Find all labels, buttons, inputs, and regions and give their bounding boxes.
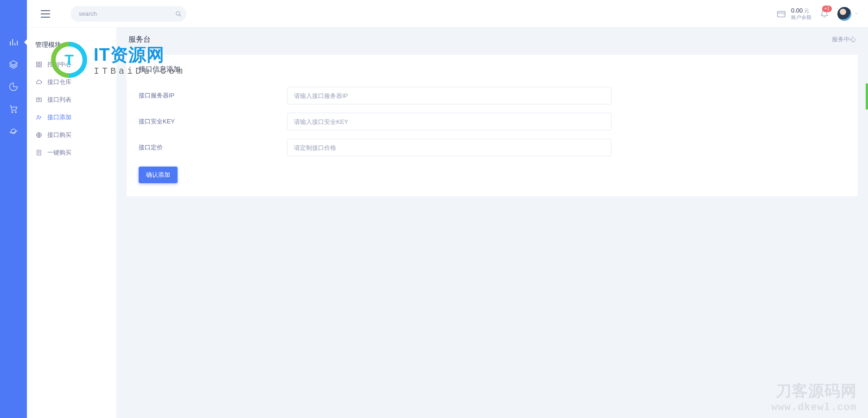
search (70, 6, 186, 22)
sidebar-item-api-warehouse[interactable]: 接口仓库 (27, 73, 116, 91)
rail-item-cart[interactable] (8, 104, 19, 114)
sidebar-item-label: 接口列表 (47, 96, 71, 104)
label-price: 接口定价 (139, 143, 278, 152)
cart-icon (9, 104, 18, 114)
topbar-right: 0.00 元 账户余额 +1 (776, 7, 859, 21)
svg-point-8 (38, 116, 39, 117)
file-icon (35, 149, 43, 156)
globe-icon (35, 131, 43, 139)
page-header: 服务台 服务中心 (127, 35, 858, 45)
piechart-icon (9, 82, 18, 91)
search-input[interactable] (70, 6, 186, 22)
svg-point-11 (176, 11, 180, 15)
grid-icon (35, 61, 43, 68)
sidebar-item-oneclick-purchase[interactable]: 一键购买 (27, 144, 116, 161)
sidebar-item-label: 控制中心 (47, 60, 71, 69)
svg-point-1 (15, 111, 17, 113)
sidebar-item-label: 一键购买 (47, 148, 71, 157)
sidebar-item-api-add[interactable]: 接口添加 (27, 109, 116, 126)
rail-item-analytics[interactable] (8, 37, 19, 47)
svg-rect-5 (37, 65, 38, 67)
sidebar-item-label: 接口购买 (47, 131, 71, 139)
topbar: METRICA 0.00 元 (27, 0, 868, 27)
svg-rect-7 (37, 98, 42, 102)
submit-button[interactable]: 确认添加 (139, 167, 178, 183)
menu-toggle-button[interactable] (41, 10, 50, 18)
card-title: 接口信息添加 (139, 65, 846, 74)
sidebar-item-label: 接口添加 (47, 113, 71, 122)
card-api-add: 接口信息添加 接口服务器IP 接口安全KEY 接口定价 确认添加 (127, 55, 858, 196)
chevron-down-icon (854, 10, 859, 17)
barchart-icon (9, 38, 18, 47)
input-security-key[interactable] (287, 113, 612, 130)
label-server-ip: 接口服务器IP (139, 91, 278, 100)
content: 服务台 服务中心 接口信息添加 接口服务器IP 接口安全KEY 接口定价 确认添… (116, 0, 868, 418)
search-button[interactable] (171, 6, 186, 21)
svg-rect-12 (778, 11, 785, 17)
rail-item-layers[interactable] (8, 59, 19, 70)
sidebar: 管理模块 控制中心 接口仓库 接口列表 接口添加 接口购买 一键购买 (27, 0, 116, 418)
icon-rail (0, 0, 27, 418)
user-plus-icon (35, 114, 43, 121)
svg-point-0 (12, 111, 13, 113)
wallet-currency: 元 (804, 8, 809, 14)
breadcrumb[interactable]: 服务中心 (832, 36, 856, 44)
page-title: 服务台 (128, 35, 151, 45)
logo-text: METRICA (0, 10, 0, 18)
wallet-button[interactable]: 0.00 元 账户余额 (776, 7, 811, 20)
avatar (837, 7, 851, 21)
wallet-icon (776, 9, 786, 19)
list-icon (35, 96, 43, 103)
layers-icon (9, 60, 18, 69)
svg-rect-4 (39, 62, 41, 64)
form-row-price: 接口定价 (139, 139, 846, 156)
input-server-ip[interactable] (287, 87, 612, 104)
cloud-icon (35, 78, 43, 86)
planet-icon (9, 127, 18, 136)
sidebar-title: 管理模块 (27, 32, 116, 56)
wallet-amount: 0.00 (791, 7, 803, 14)
rail-item-planet[interactable] (8, 126, 19, 136)
rail-item-reports[interactable] (8, 82, 19, 92)
user-menu-button[interactable] (837, 7, 859, 21)
form-row-security-key: 接口安全KEY (139, 113, 846, 130)
scroll-indicator (866, 84, 868, 109)
logo[interactable]: METRICA (0, 9, 29, 19)
input-price[interactable] (287, 139, 612, 156)
form-row-server-ip: 接口服务器IP (139, 87, 846, 104)
svg-rect-6 (39, 65, 41, 67)
label-security-key: 接口安全KEY (139, 117, 278, 126)
main: METRICA 0.00 元 (116, 0, 868, 418)
wallet-text: 0.00 元 账户余额 (791, 7, 811, 20)
svg-rect-3 (37, 62, 38, 64)
notifications-button[interactable]: +1 (820, 8, 829, 19)
wallet-label: 账户余额 (791, 14, 811, 20)
sidebar-item-api-purchase[interactable]: 接口购买 (27, 126, 116, 144)
sidebar-item-api-list[interactable]: 接口列表 (27, 91, 116, 109)
search-icon (175, 11, 182, 17)
sidebar-item-control-center[interactable]: 控制中心 (27, 56, 116, 73)
notifications-badge: +1 (822, 6, 832, 12)
sidebar-item-label: 接口仓库 (47, 78, 71, 86)
